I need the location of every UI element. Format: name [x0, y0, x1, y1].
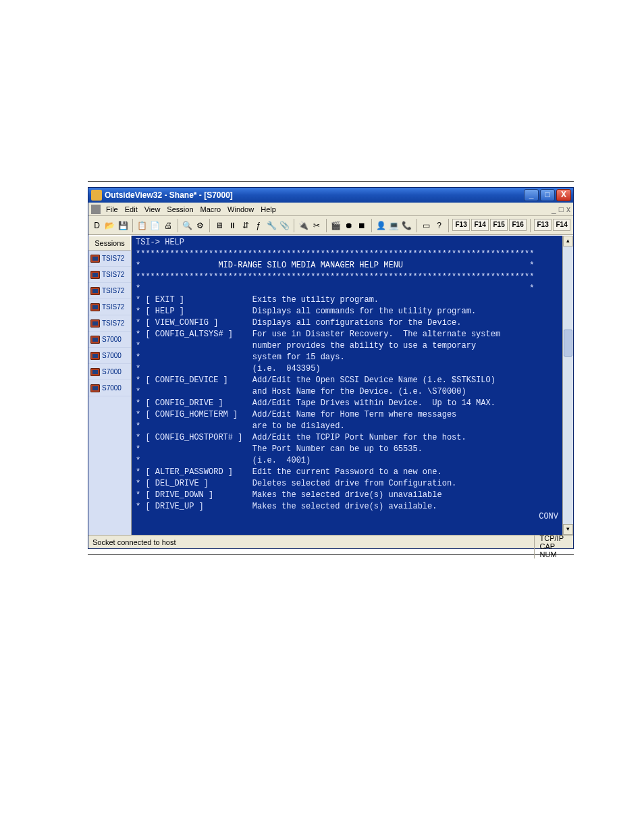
session-item-1[interactable]: TSIS72: [88, 267, 131, 283]
mdi-max-button[interactable]: □: [559, 205, 564, 214]
session-item-5[interactable]: S7000: [88, 332, 131, 348]
maximize-button[interactable]: □: [540, 189, 555, 201]
fkey-f15[interactable]: F15: [490, 219, 508, 231]
toolbar-separator: [209, 219, 210, 232]
menu-view[interactable]: View: [144, 205, 161, 213]
session-item-8[interactable]: S7000: [88, 380, 131, 396]
status-bar: Socket connected to host TelnetTCP/IPCAP…: [88, 535, 573, 548]
mdi-restore-button[interactable]: _: [552, 205, 556, 214]
sessions-sidebar: Sessions TSIS72TSIS72TSIS72TSIS72TSIS72S…: [88, 236, 132, 535]
toolbar-macro-0-icon[interactable]: 🎬: [330, 219, 342, 232]
fkey-f16[interactable]: F16: [509, 219, 527, 231]
status-panel-tcpip: TCP/IP: [534, 534, 569, 542]
toolbar-separator: [132, 219, 133, 232]
toolbar-separator: [178, 219, 178, 232]
doc-rule-top: [88, 181, 574, 182]
session-item-label: S7000: [102, 352, 122, 359]
toolbar-separator: [294, 219, 294, 232]
mdi-child-icon[interactable]: [91, 205, 101, 214]
menu-help[interactable]: Help: [261, 205, 276, 213]
menu-window[interactable]: Window: [227, 205, 254, 213]
close-button[interactable]: X: [556, 189, 571, 201]
doc-rule-bottom: [88, 554, 574, 555]
session-item-7[interactable]: S7000: [88, 364, 131, 380]
menubar: FileEditViewSessionMacroWindowHelp: [106, 205, 276, 213]
fkey-f13[interactable]: F13: [452, 219, 470, 231]
terminal-icon: [90, 287, 100, 295]
session-item-label: S7000: [102, 336, 122, 343]
toolbar-util-0-icon[interactable]: 🔍: [182, 219, 193, 232]
toolbar-comm-1-icon[interactable]: ✂: [311, 219, 323, 232]
mdi-close-button[interactable]: x: [566, 205, 570, 214]
terminal-icon: [90, 271, 100, 279]
status-text: Socket connected to host: [92, 538, 176, 546]
session-item-label: TSIS72: [102, 271, 124, 278]
session-item-0[interactable]: TSIS72: [88, 251, 131, 267]
toolbar-comm-0-icon[interactable]: 🔌: [298, 219, 309, 232]
toolbar-session-5-icon[interactable]: 📎: [279, 219, 290, 232]
toolbar-file-2-icon[interactable]: 💾: [117, 219, 129, 232]
session-item-3[interactable]: TSIS72: [88, 299, 131, 315]
toolbar-misc-1-icon[interactable]: 💻: [388, 219, 400, 232]
menu-file[interactable]: File: [106, 205, 118, 213]
terminal-area[interactable]: TSI-> HELP *****************************…: [132, 236, 562, 535]
app-icon: [91, 190, 102, 201]
toolbar-misc-0-icon[interactable]: 👤: [375, 219, 387, 232]
scroll-track[interactable]: [563, 246, 573, 524]
application-window: OutsideView32 - Shane* - [S7000] _ □ X F…: [88, 187, 574, 549]
minimize-button[interactable]: _: [524, 189, 539, 201]
toolbar-edit-0-icon[interactable]: 📋: [136, 219, 148, 232]
workspace: Sessions TSIS72TSIS72TSIS72TSIS72TSIS72S…: [88, 235, 573, 535]
toolbar-macro-2-icon[interactable]: ⏹: [356, 219, 367, 232]
session-item-label: TSIS72: [102, 319, 124, 327]
session-item-4[interactable]: TSIS72: [88, 315, 131, 332]
toolbar-session-3-icon[interactable]: ƒ: [252, 219, 264, 232]
toolbar-file-0-icon[interactable]: D: [91, 219, 103, 232]
conv-indicator: CONV: [539, 511, 558, 523]
toolbar-help-0-icon[interactable]: ▭: [421, 219, 432, 232]
toolbar-util-1-icon[interactable]: ⚙: [194, 219, 206, 232]
toolbar-edit-1-icon[interactable]: 📄: [149, 219, 161, 232]
menu-macro[interactable]: Macro: [200, 205, 221, 213]
session-item-label: S7000: [102, 368, 122, 375]
toolbar-help-1-icon[interactable]: ?: [433, 219, 445, 232]
session-item-label: TSIS72: [102, 255, 124, 262]
toolbar-macro-1-icon[interactable]: ⏺: [343, 219, 354, 232]
session-item-label: TSIS72: [102, 287, 124, 294]
session-item-2[interactable]: TSIS72: [88, 283, 131, 299]
toolbar-edit-2-icon[interactable]: 🖨: [163, 219, 174, 232]
toolbar-separator: [448, 219, 449, 232]
status-panel-cap: CAP: [534, 542, 569, 550]
terminal-icon: [90, 303, 100, 311]
scroll-up-arrow-icon[interactable]: ▴: [563, 236, 573, 246]
session-item-6[interactable]: S7000: [88, 348, 131, 364]
toolbar-session-0-icon[interactable]: 🖥: [213, 219, 225, 232]
toolbar: D📂💾📋📄🖨🔍⚙🖥⏸⇵ƒ🔧📎🔌✂🎬⏺⏹👤💻📞▭?F13F14F15F16F13F…: [88, 216, 573, 235]
terminal-icon: [90, 368, 100, 376]
terminal-icon: [90, 255, 100, 263]
toolbar-session-2-icon[interactable]: ⇵: [240, 219, 251, 232]
toolbar-separator: [371, 219, 372, 232]
terminal-icon: [90, 352, 100, 360]
toolbar-misc-2-icon[interactable]: 📞: [401, 219, 412, 232]
terminal-icon: [90, 319, 100, 328]
fkey-right-f13[interactable]: F13: [534, 219, 552, 231]
terminal-icon: [90, 384, 100, 392]
menu-session[interactable]: Session: [167, 205, 193, 213]
toolbar-session-1-icon[interactable]: ⏸: [227, 219, 238, 232]
toolbar-separator: [530, 219, 531, 232]
toolbar-session-4-icon[interactable]: 🔧: [266, 219, 277, 232]
toolbar-separator: [326, 219, 327, 232]
toolbar-separator: [417, 219, 417, 232]
fkey-f14[interactable]: F14: [471, 219, 489, 231]
fkey-right-f14[interactable]: F14: [553, 219, 570, 231]
sessions-header: Sessions: [88, 236, 131, 251]
toolbar-file-1-icon[interactable]: 📂: [104, 219, 115, 232]
menu-edit[interactable]: Edit: [125, 205, 138, 213]
vertical-scrollbar[interactable]: ▴ ▾: [562, 236, 573, 535]
scroll-thumb[interactable]: [564, 330, 572, 357]
session-item-label: S7000: [102, 384, 122, 392]
session-item-label: TSIS72: [102, 303, 124, 311]
menubar-row: FileEditViewSessionMacroWindowHelp _ □ x: [88, 203, 573, 216]
titlebar[interactable]: OutsideView32 - Shane* - [S7000] _ □ X: [88, 188, 573, 203]
